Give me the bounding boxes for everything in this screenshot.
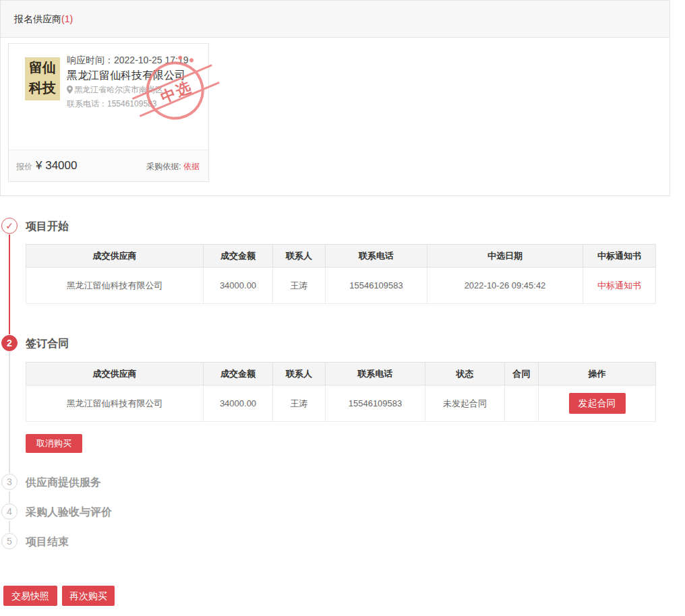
step3-badge: 3 — [1, 474, 18, 490]
procurement-basis-link[interactable]: 依据 — [183, 162, 200, 171]
suppliers-panel: 报名供应商(1) 留仙 科技 响应时间：2022-10-25 17:19 黑龙江… — [0, 0, 670, 196]
contract-table-row: 黑龙江留仙科技有限公司 34000.00 王涛 15546109583 未发起合… — [26, 386, 656, 422]
step3-title-supplier-service: 供应商提供服务 — [26, 476, 101, 490]
supplier-card-body: 留仙 科技 响应时间：2022-10-25 17:19 黑龙江留仙科技有限公司 … — [9, 44, 208, 150]
step5-title-project-end: 项目结束 — [26, 535, 69, 549]
step5-badge: 5 — [1, 533, 18, 549]
quote-price-label: 报价 — [16, 162, 32, 171]
supplier-address: 黑龙江省哈尔滨市南岗区 — [74, 85, 163, 94]
procurement-basis: 采购依据: 依据 — [146, 161, 200, 173]
col-contact-phone: 联系电话 — [326, 363, 425, 386]
quote-price-value: ¥ 34000 — [36, 159, 77, 172]
col-status: 状态 — [425, 363, 505, 386]
cell-contact-phone: 15546109583 — [326, 268, 427, 304]
timeline-connector — [9, 235, 10, 334]
project-start-table-header-row: 成交供应商 成交金额 联系人 联系电话 中选日期 中标通知书 — [26, 245, 656, 268]
response-time-value: 2022-10-25 17:19 — [114, 55, 189, 65]
step4-title-acceptance-evaluation: 采购人验收与评价 — [26, 505, 112, 520]
cell-status: 未发起合同 — [425, 386, 505, 422]
cell-contract — [505, 386, 539, 422]
cell-contact-phone: 15546109583 — [326, 386, 425, 422]
transaction-snapshot-button[interactable]: 交易快照 — [3, 586, 57, 606]
suppliers-count: (1) — [61, 13, 73, 24]
supplier-phone-label: 联系电话： — [67, 99, 107, 109]
col-contact: 联系人 — [273, 245, 326, 268]
buy-again-button[interactable]: 再次购买 — [62, 586, 115, 606]
col-deal-amount: 成交金额 — [204, 245, 273, 268]
contract-table: 成交供应商 成交金额 联系人 联系电话 状态 合同 操作 黑龙江留仙科技有限公司… — [26, 362, 656, 422]
cell-deal-amount: 34000.00 — [204, 386, 273, 422]
award-notice-link[interactable]: 中标通知书 — [597, 280, 641, 290]
timeline-connector — [9, 521, 10, 532]
cancel-purchase-button[interactable]: 取消购买 — [26, 434, 82, 453]
supplier-address-line: 黑龙江省哈尔滨市南岗区 — [67, 84, 202, 98]
supplier-company-name: 黑龙江留仙科技有限公司 — [67, 67, 202, 84]
supplier-logo-line1: 留仙 — [25, 57, 60, 78]
location-pin-icon — [67, 85, 73, 98]
col-contract: 合同 — [505, 363, 539, 386]
initiate-contract-button[interactable]: 发起合同 — [569, 393, 626, 414]
response-time-line: 响应时间：2022-10-25 17:19 — [67, 53, 202, 67]
col-deal-supplier: 成交供应商 — [26, 245, 204, 268]
step2-title-sign-contract: 签订合同 — [26, 337, 69, 351]
col-contact: 联系人 — [273, 363, 326, 386]
col-contact-phone: 联系电话 — [326, 245, 427, 268]
supplier-card: 留仙 科技 响应时间：2022-10-25 17:19 黑龙江留仙科技有限公司 … — [8, 43, 209, 182]
cell-selected-date: 2022-10-26 09:45:42 — [427, 268, 583, 304]
col-selected-date: 中选日期 — [427, 245, 583, 268]
quote-price: 报价¥ 34000 — [16, 159, 77, 173]
contract-table-header-row: 成交供应商 成交金额 联系人 联系电话 状态 合同 操作 — [26, 363, 656, 386]
supplier-logo: 留仙 科技 — [25, 57, 60, 100]
supplier-phone-line: 联系电话：15546109583 — [67, 98, 202, 111]
supplier-logo-line2: 科技 — [25, 78, 60, 98]
step2-badge: 2 — [1, 335, 18, 351]
supplier-card-footer: 报价¥ 34000 采购依据: 依据 — [9, 150, 208, 181]
col-award-notice: 中标通知书 — [583, 245, 656, 268]
step1-check-icon: ✓ — [1, 218, 18, 234]
timeline-connector — [9, 491, 10, 503]
step1-title-project-start: 项目开始 — [26, 220, 69, 234]
cell-contact: 王涛 — [273, 268, 326, 304]
col-deal-supplier: 成交供应商 — [26, 363, 204, 386]
timeline-connector — [9, 352, 10, 473]
step4-badge: 4 — [1, 503, 18, 520]
col-deal-amount: 成交金额 — [204, 363, 273, 386]
cell-deal-supplier: 黑龙江留仙科技有限公司 — [26, 268, 204, 304]
procurement-basis-label: 采购依据: — [146, 162, 183, 171]
col-actions: 操作 — [539, 363, 656, 386]
response-time-label: 响应时间： — [67, 55, 114, 65]
project-start-table: 成交供应商 成交金额 联系人 联系电话 中选日期 中标通知书 黑龙江留仙科技有限… — [26, 244, 656, 304]
cell-deal-amount: 34000.00 — [204, 268, 273, 304]
supplier-info: 响应时间：2022-10-25 17:19 黑龙江留仙科技有限公司 黑龙江省哈尔… — [67, 53, 202, 111]
page: 报名供应商(1) 留仙 科技 响应时间：2022-10-25 17:19 黑龙江… — [0, 0, 685, 616]
suppliers-panel-header: 报名供应商(1) — [1, 1, 669, 38]
project-start-table-row: 黑龙江留仙科技有限公司 34000.00 王涛 15546109583 2022… — [26, 268, 656, 304]
suppliers-panel-title: 报名供应商 — [14, 13, 61, 24]
cell-deal-supplier: 黑龙江留仙科技有限公司 — [26, 386, 204, 422]
cell-contact: 王涛 — [273, 386, 326, 422]
supplier-phone: 15546109583 — [107, 99, 156, 109]
